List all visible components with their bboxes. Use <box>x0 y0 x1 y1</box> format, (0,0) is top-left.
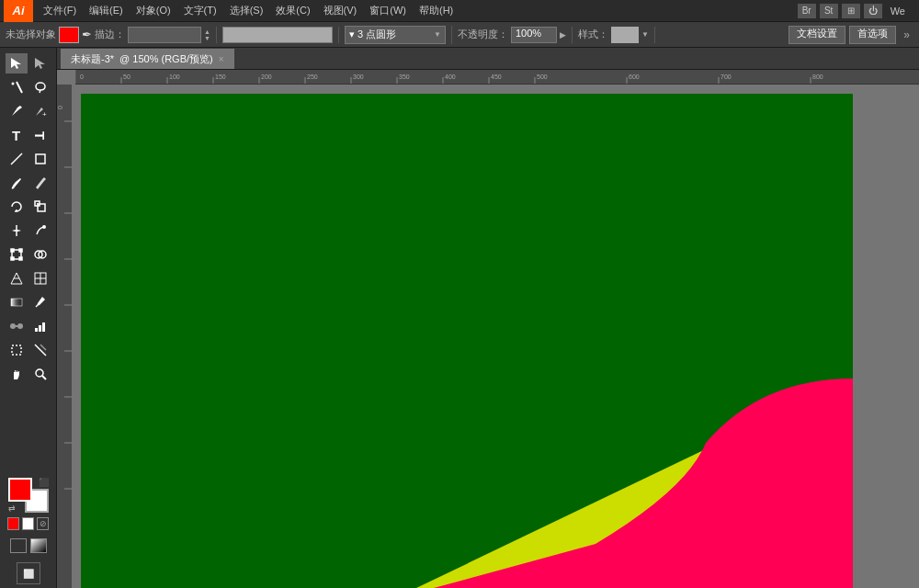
artboard[interactable] <box>81 94 853 588</box>
doc-tab[interactable]: 未标题-3* @ 150% (RGB/预览) × <box>61 49 234 69</box>
menu-view[interactable]: 视图(V) <box>317 2 364 19</box>
add-anchor-tool[interactable]: + <box>29 101 51 121</box>
stroke-size-input[interactable] <box>222 27 333 43</box>
color-swatch-white[interactable] <box>22 517 34 530</box>
svg-marker-1 <box>35 58 45 69</box>
color-area: ⬛ ⇄ ⊘ <box>0 472 56 559</box>
svg-text:500: 500 <box>537 74 548 80</box>
stroke-label: 描边： <box>95 28 125 41</box>
stroke-tool-icon[interactable]: ✒ <box>82 28 92 41</box>
menu-edit[interactable]: 编辑(E) <box>83 2 130 19</box>
slice-tool[interactable] <box>29 340 51 360</box>
menu-bar: Ai 文件(F) 编辑(E) 对象(O) 文字(T) 选择(S) 效果(C) 视… <box>0 0 919 22</box>
reset-colors-icon[interactable]: ⬛ <box>39 478 49 487</box>
svg-line-38 <box>42 376 46 379</box>
selection-tool[interactable] <box>6 53 28 74</box>
bridge-icon[interactable]: Br <box>798 4 816 18</box>
menu-text[interactable]: 文字(T) <box>177 2 223 19</box>
svg-text:600: 600 <box>629 74 640 80</box>
stroke-up-arrow[interactable]: ▲ <box>204 28 210 35</box>
chart-tool[interactable] <box>29 316 51 336</box>
line-segment-tool[interactable] <box>6 149 28 169</box>
app-logo: Ai <box>4 0 33 22</box>
stroke-down-arrow[interactable]: ▼ <box>204 35 210 41</box>
color-swatches: ⬛ ⇄ <box>8 478 49 513</box>
artboard-options[interactable]: ⬜ <box>17 562 40 584</box>
artboard-tool[interactable] <box>6 340 28 360</box>
style-dropdown-arrow[interactable]: ▼ <box>641 30 649 39</box>
none-swatch[interactable] <box>10 538 27 553</box>
svg-text:50: 50 <box>123 74 130 80</box>
color-swatch-none[interactable]: ⊘ <box>37 517 49 530</box>
type-tool[interactable]: T <box>6 125 28 145</box>
width-tool[interactable] <box>6 220 28 241</box>
magic-wand-tool[interactable] <box>6 77 28 97</box>
lasso-tool[interactable] <box>29 77 51 97</box>
opacity-input[interactable]: 100% <box>511 27 557 43</box>
options-bar: 未选择对象 ✒ 描边： ▲ ▼ ▾ 3 点圆形 ▼ 不透明度： 100% ▶ 样… <box>0 22 919 48</box>
menu-effect[interactable]: 效果(C) <box>269 2 316 19</box>
menu-object[interactable]: 对象(O) <box>130 2 177 19</box>
svg-rect-31 <box>35 328 38 332</box>
preferences-button[interactable]: 首选项 <box>849 26 896 44</box>
blend-tool[interactable] <box>6 316 28 336</box>
hand-tool[interactable] <box>6 364 28 384</box>
svg-line-35 <box>35 345 46 356</box>
svg-marker-0 <box>11 58 21 69</box>
scale-tool[interactable] <box>29 197 51 217</box>
free-transform-tool[interactable] <box>6 244 28 265</box>
menu-window[interactable]: 窗口(W) <box>363 2 413 19</box>
shape-builder-tool[interactable] <box>29 244 51 265</box>
svg-rect-68 <box>57 85 72 588</box>
svg-text:0: 0 <box>80 74 84 80</box>
menu-file[interactable]: 文件(F) <box>37 2 83 19</box>
gradient-tool[interactable] <box>6 292 28 312</box>
tab-zoom-info: @ 150% (RGB/预览) <box>119 52 213 66</box>
menu-select[interactable]: 选择(S) <box>223 2 270 19</box>
stock-icon[interactable]: St <box>820 4 838 18</box>
svg-text:700: 700 <box>720 74 732 80</box>
svg-rect-16 <box>19 257 22 260</box>
paintbrush-tool[interactable] <box>6 173 28 193</box>
svg-text:0: 0 <box>57 106 63 109</box>
direct-selection-tool[interactable] <box>29 53 51 74</box>
perspective-tool[interactable] <box>6 268 28 288</box>
svg-point-29 <box>17 323 23 329</box>
vertical-type-tool[interactable]: T <box>29 125 51 145</box>
rectangle-tool[interactable] <box>29 149 51 169</box>
foreground-color-swatch[interactable] <box>8 478 32 502</box>
swap-colors-icon[interactable]: ⇄ <box>8 503 16 513</box>
warp-tool[interactable] <box>29 220 51 241</box>
canvas-container[interactable]: 0 50 100 150 200 250 300 <box>57 70 919 588</box>
power-icon[interactable]: ⏻ <box>864 4 882 18</box>
panel-toggle-button[interactable]: » <box>900 28 913 41</box>
stroke-input[interactable] <box>128 27 201 43</box>
grid-icon[interactable]: ⊞ <box>842 4 860 18</box>
stroke-color-swatch[interactable] <box>59 27 79 43</box>
svg-rect-7 <box>38 204 45 211</box>
zoom-tool[interactable] <box>29 364 51 384</box>
stroke-none-row: ⊘ <box>4 515 52 532</box>
pencil-tool[interactable] <box>29 173 51 193</box>
svg-rect-26 <box>11 299 22 306</box>
doc-area: 未标题-3* @ 150% (RGB/预览) × 0 50 100 <box>57 48 919 588</box>
svg-text:+: + <box>42 110 47 119</box>
svg-rect-15 <box>11 257 14 260</box>
tab-close-button[interactable]: × <box>219 54 224 64</box>
svg-text:450: 450 <box>491 74 502 80</box>
menu-help[interactable]: 帮助(H) <box>413 2 460 19</box>
svg-rect-34 <box>12 345 21 355</box>
doc-settings-button[interactable]: 文档设置 <box>789 26 845 44</box>
opacity-expand[interactable]: ▶ <box>560 30 566 40</box>
gradient-swatch[interactable] <box>30 538 47 553</box>
rotate-tool[interactable] <box>6 197 28 217</box>
pen-tool[interactable] <box>6 101 28 121</box>
no-selection-label: 未选择对象 <box>6 28 56 41</box>
svg-rect-33 <box>42 322 45 332</box>
color-swatch-red[interactable] <box>7 517 19 530</box>
style-color-swatch[interactable] <box>611 27 639 43</box>
svg-text:150: 150 <box>215 74 226 80</box>
mesh-tool[interactable] <box>29 268 51 288</box>
brush-size-dropdown[interactable]: ▾ 3 点圆形 ▼ <box>345 26 446 44</box>
eyedropper-tool[interactable] <box>29 292 51 312</box>
